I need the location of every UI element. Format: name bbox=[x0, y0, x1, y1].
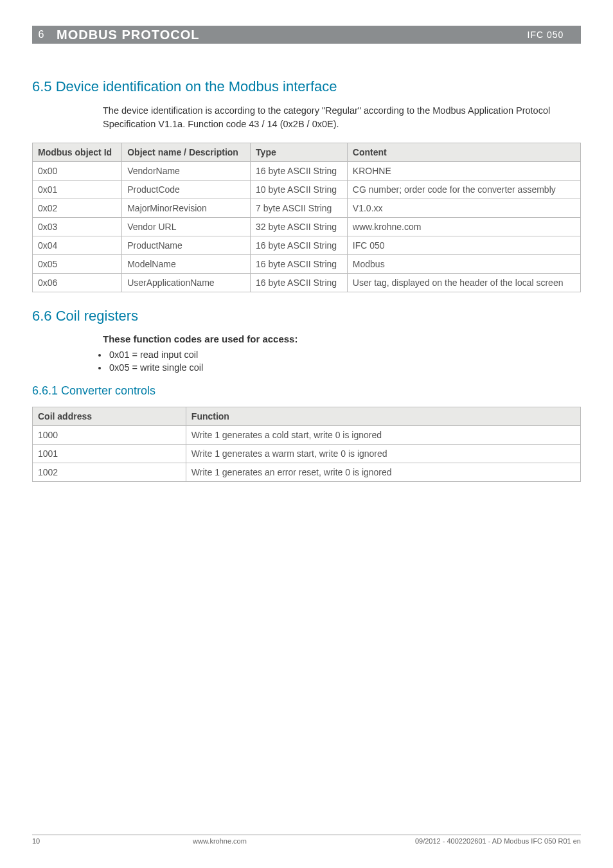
section-6-5-heading: 6.5 Device identification on the Modbus … bbox=[32, 78, 581, 95]
cell: Write 1 generates a warm start, write 0 … bbox=[186, 445, 580, 463]
cell: 1002 bbox=[33, 463, 186, 482]
cell: 1000 bbox=[33, 426, 186, 445]
cell: 16 byte ASCII String bbox=[251, 236, 348, 255]
cell: Write 1 generates a cold start, write 0 … bbox=[186, 426, 580, 445]
converter-controls-table: Coil address Function 1000 Write 1 gener… bbox=[32, 407, 581, 482]
cell: 0x00 bbox=[33, 162, 122, 181]
table-row: 0x01 ProductCode 10 byte ASCII String CG… bbox=[33, 181, 581, 199]
cell: IFC 050 bbox=[347, 236, 580, 255]
col-content: Content bbox=[347, 143, 580, 162]
cell: CG number; order code for the converter … bbox=[347, 181, 580, 199]
table-row: 0x06 UserApplicationName 16 byte ASCII S… bbox=[33, 274, 581, 292]
footer-url: www.krohne.com bbox=[51, 837, 388, 845]
doc-code: IFC 050 bbox=[510, 26, 581, 44]
cell: 32 byte ASCII String bbox=[251, 218, 348, 236]
col-object-name: Object name / Description bbox=[122, 143, 251, 162]
cell: 10 byte ASCII String bbox=[251, 181, 348, 199]
cell: Vendor URL bbox=[122, 218, 251, 236]
table-header-row: Modbus object Id Object name / Descripti… bbox=[33, 143, 581, 162]
list-item: 0x05 = write single coil bbox=[108, 362, 581, 373]
cell: 0x06 bbox=[33, 274, 122, 292]
list-item: 0x01 = read input coil bbox=[108, 350, 581, 360]
table-row: 1001 Write 1 generates a warm start, wri… bbox=[33, 445, 581, 463]
table-row: 0x03 Vendor URL 32 byte ASCII String www… bbox=[33, 218, 581, 236]
page-content: 6.5 Device identification on the Modbus … bbox=[32, 78, 581, 482]
cell: 0x05 bbox=[33, 255, 122, 274]
table-row: 0x02 MajorMinorRevision 7 byte ASCII Str… bbox=[33, 199, 581, 218]
table-row: 0x05 ModelName 16 byte ASCII String Modb… bbox=[33, 255, 581, 274]
cell: 16 byte ASCII String bbox=[251, 274, 348, 292]
col-coil-address: Coil address bbox=[33, 407, 186, 426]
cell: 0x01 bbox=[33, 181, 122, 199]
cell: MajorMinorRevision bbox=[122, 199, 251, 218]
cell: KROHNE bbox=[347, 162, 580, 181]
cell: UserApplicationName bbox=[122, 274, 251, 292]
col-type: Type bbox=[251, 143, 348, 162]
cell: Modbus bbox=[347, 255, 580, 274]
chapter-title: MODBUS PROTOCOL bbox=[50, 26, 510, 44]
cell: VendorName bbox=[122, 162, 251, 181]
cell: 7 byte ASCII String bbox=[251, 199, 348, 218]
table-row: 1002 Write 1 generates an error reset, w… bbox=[33, 463, 581, 482]
footer-docinfo: 09/2012 - 4002202601 - AD Modbus IFC 050… bbox=[388, 837, 581, 845]
chapter-number: 6 bbox=[32, 26, 50, 44]
cell: 1001 bbox=[33, 445, 186, 463]
cell: Write 1 generates an error reset, write … bbox=[186, 463, 580, 482]
cell: 16 byte ASCII String bbox=[251, 255, 348, 274]
section-6-5-intro: The device identification is according t… bbox=[103, 104, 581, 131]
page-number: 10 bbox=[32, 837, 51, 845]
cell: 0x03 bbox=[33, 218, 122, 236]
table-row: 1000 Write 1 generates a cold start, wri… bbox=[33, 426, 581, 445]
table-row: 0x04 ProductName 16 byte ASCII String IF… bbox=[33, 236, 581, 255]
cell: www.krohne.com bbox=[347, 218, 580, 236]
table-header-row: Coil address Function bbox=[33, 407, 581, 426]
function-codes-list: 0x01 = read input coil 0x05 = write sing… bbox=[108, 350, 581, 373]
cell: User tag, displayed on the header of the… bbox=[347, 274, 580, 292]
section-6-6-1-heading: 6.6.1 Converter controls bbox=[32, 384, 581, 398]
cell: 16 byte ASCII String bbox=[251, 162, 348, 181]
function-codes-subhead: These function codes are used for access… bbox=[103, 333, 581, 344]
device-id-table: Modbus object Id Object name / Descripti… bbox=[32, 143, 581, 292]
col-function: Function bbox=[186, 407, 580, 426]
cell: ModelName bbox=[122, 255, 251, 274]
col-modbus-id: Modbus object Id bbox=[33, 143, 122, 162]
cell: ProductName bbox=[122, 236, 251, 255]
cell: 0x02 bbox=[33, 199, 122, 218]
page-footer: 10 www.krohne.com 09/2012 - 4002202601 -… bbox=[32, 835, 581, 845]
cell: ProductCode bbox=[122, 181, 251, 199]
section-6-6-heading: 6.6 Coil registers bbox=[32, 308, 581, 324]
header-bar: 6 MODBUS PROTOCOL IFC 050 bbox=[32, 26, 581, 44]
table-row: 0x00 VendorName 16 byte ASCII String KRO… bbox=[33, 162, 581, 181]
cell: 0x04 bbox=[33, 236, 122, 255]
cell: V1.0.xx bbox=[347, 199, 580, 218]
